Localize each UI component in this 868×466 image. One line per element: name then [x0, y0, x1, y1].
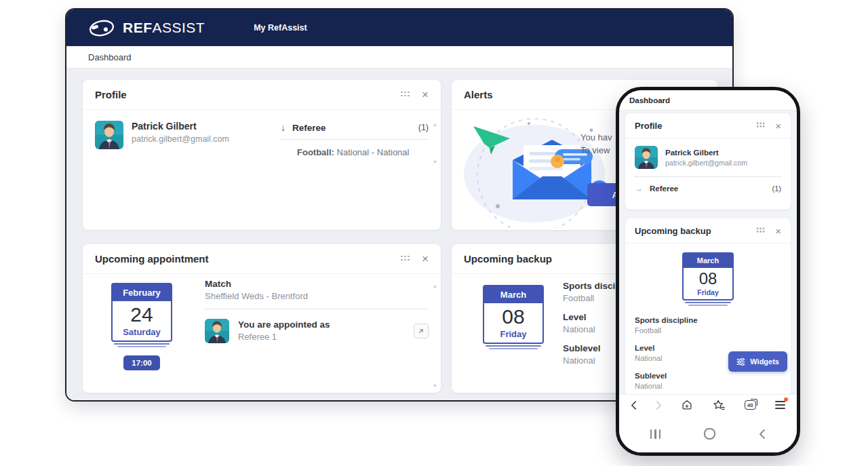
role-count: (1)	[772, 185, 781, 193]
browser-bookmarks-button[interactable]	[713, 400, 726, 411]
calendar-day: 08	[484, 305, 542, 329]
backup-field: Sports discipline Football	[635, 315, 781, 335]
role-discipline-value: National - National	[337, 147, 410, 157]
appointed-label: You are appointed as	[238, 319, 414, 331]
appointment-card-body: ▲ ▼ February 24 Saturday 17:00 Match She…	[83, 274, 441, 392]
avatar	[95, 121, 123, 149]
browser-forward-button[interactable]	[656, 400, 662, 410]
browser-toolbar: 40	[619, 394, 797, 415]
scrollbar-down-arrow[interactable]: ▼	[433, 383, 437, 388]
android-nav-bar	[619, 415, 797, 452]
back-chevron-icon	[759, 429, 766, 440]
appointment-time-badge: 17:00	[123, 355, 159, 370]
close-icon[interactable]: ×	[422, 253, 429, 265]
role-row[interactable]: ↓ Referee (1)	[281, 122, 429, 140]
profile-card-body: ▲ ▼ Patrick Gi	[83, 110, 441, 168]
appointed-row: You are appointed as Referee 1	[205, 319, 429, 343]
phone-device: Dashboard Profile ×	[616, 87, 800, 456]
profile-name: Patrick Gilbert	[665, 149, 747, 157]
back-icon	[631, 400, 637, 410]
calendar-widget: March 08 Friday	[483, 285, 544, 344]
profile-email: patrick.gilbert@gmail.com	[132, 134, 281, 144]
profile-identity: Patrick Gilbert patrick.gilbert@gmail.co…	[132, 121, 281, 157]
home-button[interactable]	[704, 428, 715, 440]
android-back-button[interactable]	[759, 429, 766, 440]
avatar	[635, 146, 658, 169]
phone-backup-title: Upcoming backup	[635, 226, 756, 236]
browser-tabs-button[interactable]: 40	[745, 400, 756, 410]
browser-home-button[interactable]	[681, 399, 693, 411]
calendar-day: 24	[113, 303, 171, 327]
tabs-count-icon: 40	[745, 400, 756, 410]
calendar-month: March	[484, 286, 542, 303]
calendar-weekday: Saturday	[113, 327, 171, 341]
appointment-details: Match Sheffield Weds - Brentford	[205, 278, 429, 343]
phone-profile-card: Profile ×	[625, 113, 791, 210]
phone-breadcrumb-bar: Dashboard	[619, 90, 797, 111]
upcoming-appointment-card: Upcoming appointment × ▲ ▼ February 24 S…	[83, 244, 441, 393]
calendar-widget: March 08 Friday	[682, 252, 734, 300]
field-label: Sports discipline	[635, 315, 781, 325]
recents-button[interactable]	[650, 429, 660, 439]
brand-bold: REF	[123, 20, 153, 35]
browser-menu-button[interactable]	[775, 401, 785, 408]
widget-options-icon[interactable]	[401, 256, 411, 263]
open-appointment-button[interactable]	[414, 324, 429, 338]
browser-back-button[interactable]	[631, 400, 637, 410]
scrollbar-up-arrow[interactable]: ▲	[433, 122, 437, 127]
close-icon[interactable]: ×	[422, 89, 429, 100]
calendar-day: 08	[684, 269, 732, 288]
home-icon	[681, 399, 693, 411]
profile-name: Patrick Gilbert	[132, 121, 281, 132]
nav-my-refassist[interactable]: My RefAssist	[254, 23, 307, 33]
phone-backup-header: Upcoming backup ×	[625, 218, 791, 244]
breadcrumb[interactable]: Dashboard	[88, 52, 132, 62]
whistle-logo-icon	[88, 19, 115, 37]
match-label: Match	[205, 278, 429, 290]
refassist-logo[interactable]: REFASSIST	[88, 19, 205, 37]
widget-options-icon[interactable]	[757, 228, 766, 234]
page: REFASSIST My RefAssist Dashboard Profile…	[0, 0, 868, 466]
close-icon[interactable]: ×	[775, 121, 781, 131]
calendar-widget: February 24 Saturday	[111, 283, 172, 342]
phone-profile-identity: Patrick Gilbert patrick.gilbert@gmail.co…	[665, 149, 747, 167]
match-value: Sheffield Weds - Brentford	[205, 290, 429, 303]
appointed-text: You are appointed as Referee 1	[238, 319, 414, 343]
profile-card-header: Profile ×	[83, 80, 441, 110]
forward-icon	[656, 400, 662, 410]
widgets-button[interactable]: Widgets	[728, 351, 787, 372]
backup-field: Sublevel National	[635, 371, 781, 391]
widget-options-icon[interactable]	[757, 123, 766, 129]
role-discipline-label: Football:	[297, 147, 334, 157]
brand-light: ASSIST	[153, 20, 205, 35]
app-header: REFASSIST My RefAssist	[66, 9, 732, 46]
scrollbar-down-arrow[interactable]: ▼	[433, 159, 437, 164]
breadcrumb[interactable]: Dashboard	[629, 96, 670, 104]
appointment-card-title: Upcoming appointment	[95, 253, 401, 265]
role-row[interactable]: → Referee (1)	[635, 176, 781, 193]
calendar-weekday: Friday	[684, 288, 732, 299]
phone-profile-body: Patrick Gilbert patrick.gilbert@gmail.co…	[625, 138, 791, 169]
field-label: Sublevel	[635, 371, 781, 381]
role-name: Referee	[650, 185, 772, 193]
appointment-date-block: February 24 Saturday 17:00	[111, 283, 172, 370]
phone-profile-title: Profile	[635, 121, 756, 131]
right-arrow-icon: →	[635, 184, 643, 193]
role-count: (1)	[418, 123, 429, 132]
scrollbar-up-arrow[interactable]: ▲	[433, 284, 437, 288]
widgets-button-label: Widgets	[750, 357, 779, 366]
close-icon[interactable]: ×	[775, 226, 781, 236]
notification-dot	[784, 397, 788, 402]
widget-options-icon[interactable]	[401, 92, 411, 98]
field-value: Football	[635, 326, 781, 335]
alerts-illustration: @	[458, 111, 614, 228]
field-value: National	[635, 381, 781, 391]
calendar-weekday: Friday	[484, 329, 542, 343]
phone-profile-header: Profile ×	[625, 113, 791, 138]
profile-email: patrick.gilbert@gmail.com	[665, 159, 747, 167]
bookmarks-star-icon	[713, 400, 726, 411]
calendar-month: March	[684, 254, 732, 268]
profile-card-title: Profile	[95, 89, 401, 100]
breadcrumb-bar: Dashboard	[66, 46, 732, 69]
phone-screen: Dashboard Profile ×	[619, 90, 797, 452]
